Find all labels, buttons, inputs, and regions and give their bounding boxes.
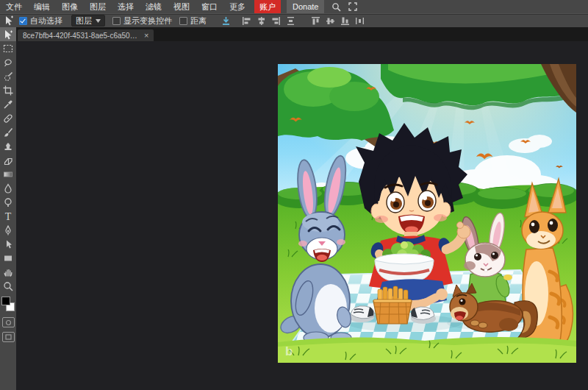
tool-hand[interactable] (0, 265, 16, 279)
scene-foreground-grass (278, 337, 576, 363)
distances-checkbox[interactable] (179, 17, 187, 25)
distribute-vertical-icon[interactable] (283, 15, 298, 26)
tool-pen[interactable] (0, 223, 16, 237)
document-title: 8ce7bfb4-420f-4531-8ae5-c6a50f32af9c.p..… (23, 32, 139, 40)
show-controls-checkbox[interactable] (112, 17, 121, 25)
menu-more[interactable]: 更多 (223, 0, 251, 13)
tool-blur[interactable] (0, 181, 16, 195)
tool-lasso[interactable] (0, 55, 16, 69)
tool-shape-rectangle[interactable] (0, 251, 16, 265)
auto-select-label: 自动选择 (30, 15, 62, 26)
target-select-dropdown[interactable]: 图层 (71, 15, 105, 26)
tool-path-select[interactable] (0, 237, 16, 251)
watermark: b (285, 344, 293, 358)
tool-options-bar: 自动选择 图层 显示变换控件 距离 (0, 13, 588, 27)
canvas-area[interactable]: b (16, 41, 588, 390)
move-cursor-icon (1, 15, 16, 26)
tool-gradient[interactable] (0, 167, 16, 181)
tool-rectangle-select[interactable] (0, 41, 16, 55)
tool-brush[interactable] (0, 125, 16, 139)
quick-mask-button[interactable] (2, 317, 15, 327)
tool-eyedropper[interactable] (0, 97, 16, 111)
close-icon[interactable]: × (144, 32, 148, 39)
distribute-horizontal-icon[interactable] (352, 15, 367, 26)
distances-label: 距离 (190, 15, 207, 26)
screen-mode-button[interactable] (2, 332, 15, 342)
color-swatches[interactable] (0, 295, 16, 313)
menu-bar: 文件 编辑 图像 图层 选择 滤镜 视图 窗口 更多 账户 Donate (0, 0, 588, 13)
fullscreen-icon[interactable] (348, 2, 357, 11)
fries-basket (373, 286, 412, 324)
align-middle-icon[interactable] (323, 15, 337, 26)
menu-filter[interactable]: 滤镜 (140, 0, 168, 13)
tool-dodge[interactable] (0, 195, 16, 209)
tool-zoom[interactable] (0, 279, 16, 293)
canvas-image[interactable]: b (278, 64, 576, 363)
tool-crop[interactable] (0, 83, 16, 97)
menu-image[interactable]: 图像 (56, 0, 84, 13)
menu-select[interactable]: 选择 (112, 0, 140, 13)
svg-text:T: T (5, 211, 12, 221)
menu-edit[interactable]: 编辑 (28, 0, 56, 13)
align-top-icon[interactable] (308, 15, 323, 26)
align-bottom-icon[interactable] (337, 15, 352, 26)
tool-quick-select[interactable] (0, 69, 16, 83)
tool-clone-stamp[interactable] (0, 139, 16, 153)
align-center-icon[interactable] (254, 15, 268, 26)
tool-move[interactable] (0, 27, 16, 41)
chevron-down-icon (96, 19, 101, 23)
menu-file[interactable]: 文件 (0, 0, 28, 13)
tool-palette: T (0, 27, 16, 390)
document-tab-strip: 8ce7bfb4-420f-4531-8ae5-c6a50f32af9c.p..… (16, 27, 588, 41)
menu-layer[interactable]: 图层 (84, 0, 112, 13)
tool-type[interactable]: T (0, 209, 16, 223)
search-icon[interactable] (331, 2, 341, 12)
photopea-window: 文件 编辑 图像 图层 选择 滤镜 视图 窗口 更多 账户 Donate 自动选… (0, 0, 588, 390)
account-button[interactable]: 账户 (254, 0, 281, 13)
donate-button[interactable]: Donate (287, 0, 324, 13)
menu-view[interactable]: 视图 (168, 0, 196, 13)
menu-window[interactable]: 窗口 (196, 0, 223, 13)
merge-down-icon[interactable] (218, 15, 233, 26)
align-left-icon[interactable] (239, 15, 254, 26)
target-select-value: 图层 (76, 15, 92, 26)
show-controls-label: 显示变换控件 (123, 15, 172, 26)
foreground-color-swatch[interactable] (1, 297, 10, 305)
document-tab[interactable]: 8ce7bfb4-420f-4531-8ae5-c6a50f32af9c.p..… (18, 29, 154, 41)
tool-eraser[interactable] (0, 153, 16, 167)
align-right-icon[interactable] (268, 15, 283, 26)
tool-healing-brush[interactable] (0, 111, 16, 125)
auto-select-checkbox[interactable] (19, 17, 27, 25)
work-area: 8ce7bfb4-420f-4531-8ae5-c6a50f32af9c.p..… (16, 27, 588, 390)
